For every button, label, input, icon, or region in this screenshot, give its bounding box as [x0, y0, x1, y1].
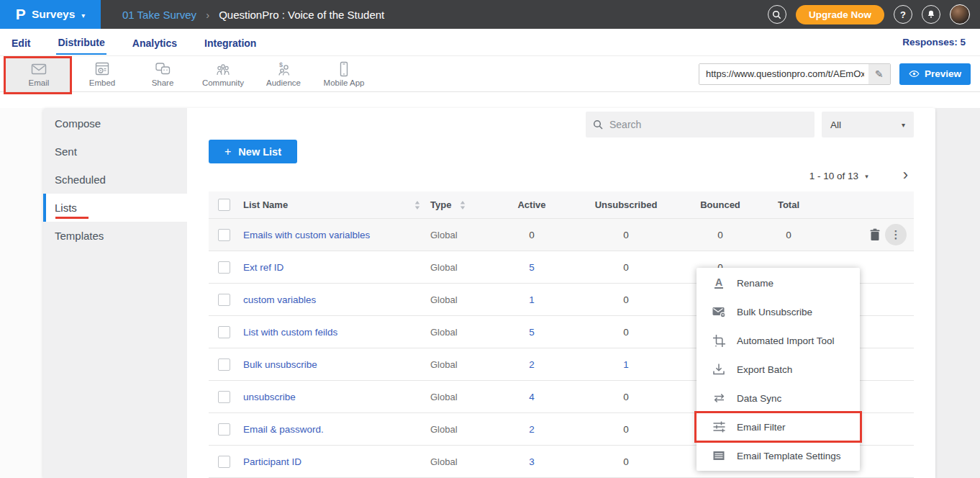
next-page-chevron[interactable]: ›	[903, 167, 908, 183]
list-name-link[interactable]: unsubscribe	[243, 392, 296, 402]
survey-url-field: ✎	[699, 63, 891, 85]
responses-count[interactable]: Responses: 5	[902, 37, 966, 48]
plus-icon: +	[224, 145, 231, 158]
search-icon	[593, 120, 603, 130]
breadcrumb-separator: ›	[206, 9, 209, 21]
embed-browser-icon	[93, 61, 112, 77]
chevron-down-icon: ▾	[865, 173, 868, 180]
table-header-row: List Name Type Active Unsubsc	[209, 191, 914, 219]
search-field	[586, 112, 815, 137]
sync-repeat-icon	[712, 392, 726, 405]
col-list-name: List Name	[243, 199, 288, 210]
svg-text:$: $	[279, 61, 283, 68]
sidebar-item-scheduled[interactable]: Scheduled	[43, 166, 187, 194]
help-icon[interactable]: ?	[894, 5, 912, 24]
annotation-underline-lists	[55, 217, 89, 219]
tab-analytics[interactable]: Analytics	[131, 31, 178, 54]
chevron-down-icon: ▾	[81, 12, 85, 19]
app-header: P Surveys ▾ 01 Take Survey › QuestionPro…	[0, 0, 980, 29]
filter-dropdown[interactable]: All ▾	[822, 112, 914, 137]
export-download-icon	[712, 363, 726, 376]
pagination-range-dropdown[interactable]: 1 - 10 of 13 ▾	[809, 171, 868, 181]
unsubscribe-envelope-icon	[712, 305, 726, 318]
row-checkbox[interactable]	[218, 326, 230, 338]
menu-item-export-batch[interactable]: Export Batch	[697, 355, 860, 384]
sidebar-item-lists[interactable]: Lists	[43, 194, 187, 222]
row-checkbox[interactable]	[218, 261, 230, 274]
row-checkbox[interactable]	[218, 391, 230, 403]
breadcrumb-survey-link[interactable]: 01 Take Survey	[122, 9, 196, 21]
table-row: Emails with custom varialbles Global 0 0…	[209, 219, 914, 251]
template-settings-icon	[712, 450, 726, 461]
product-name: Surveys	[32, 8, 75, 21]
tab-distribute[interactable]: Distribute	[56, 30, 106, 55]
sidebar-item-compose[interactable]: Compose	[43, 109, 187, 137]
preview-button[interactable]: Preview	[899, 63, 971, 85]
list-name-link[interactable]: Emails with custom varialbles	[243, 230, 370, 240]
col-active: Active	[499, 199, 564, 210]
new-list-row: + New List	[209, 140, 914, 163]
list-name-link[interactable]: Email & password.	[243, 424, 324, 435]
email-sidebar: Compose Sent Scheduled Lists Templates	[43, 108, 187, 478]
notifications-bell-icon[interactable]	[922, 5, 940, 24]
email-envelope-icon	[30, 61, 48, 77]
row-context-menu: A Rename Bulk Unsubscribe Automated Impo…	[697, 268, 860, 471]
row-checkbox[interactable]	[218, 456, 230, 468]
user-avatar[interactable]	[950, 4, 970, 24]
channel-share[interactable]: Share	[132, 56, 193, 91]
upgrade-now-button[interactable]: Upgrade Now	[796, 5, 884, 24]
menu-item-data-sync[interactable]: Data Sync	[697, 384, 860, 412]
menu-item-rename[interactable]: A Rename	[697, 269, 860, 297]
tab-integration[interactable]: Integration	[203, 31, 258, 54]
toolbar-right: ✎ Preview	[699, 56, 980, 91]
survey-url-input[interactable]	[699, 64, 868, 84]
page: P Surveys ▾ 01 Take Survey › QuestionPro…	[0, 0, 980, 478]
sidebar-item-templates[interactable]: Templates	[43, 222, 187, 250]
list-name-link[interactable]: Participant ID	[243, 456, 301, 467]
row-checkbox[interactable]	[218, 358, 230, 371]
row-checkbox[interactable]	[218, 423, 230, 436]
distribute-toolbar: Email Embed Share Community $ Audience	[0, 56, 980, 92]
header-actions: Upgrade Now ?	[768, 4, 980, 24]
channel-mobile-app[interactable]: Mobile App	[314, 56, 374, 91]
channel-embed[interactable]: Embed	[72, 56, 132, 91]
menu-item-bulk-unsubscribe[interactable]: Bulk Unsubscribe	[697, 297, 860, 326]
search-input[interactable]	[609, 119, 807, 130]
new-list-button[interactable]: + New List	[209, 140, 297, 163]
list-name-link[interactable]: Bulk unsubscribe	[243, 359, 317, 370]
col-bounced: Bounced	[688, 199, 753, 210]
row-checkbox[interactable]	[218, 229, 230, 241]
menu-item-email-template-settings[interactable]: Email Template Settings	[697, 441, 860, 470]
sort-icon[interactable]	[414, 201, 420, 209]
channel-community[interactable]: Community	[193, 56, 253, 91]
menu-item-automated-import-tool[interactable]: Automated Import Tool	[697, 326, 860, 355]
channel-email[interactable]: Email	[6, 56, 72, 91]
rename-icon: A	[712, 277, 726, 289]
filter-tune-icon	[712, 420, 726, 433]
list-name-link[interactable]: custom variables	[243, 294, 316, 305]
pagination: 1 - 10 of 13 ▾ ›	[209, 169, 914, 183]
eye-icon	[909, 70, 920, 78]
menu-item-email-filter[interactable]: Email Filter	[697, 412, 860, 441]
tab-edit[interactable]: Edit	[10, 31, 32, 54]
surveys-menu[interactable]: P Surveys ▾	[0, 0, 101, 29]
list-name-link[interactable]: List with custom feilds	[243, 327, 337, 338]
share-chat-icon	[153, 61, 172, 77]
mobile-phone-icon	[335, 61, 353, 77]
community-people-icon	[214, 61, 232, 77]
edit-url-pencil-icon[interactable]: ✎	[868, 64, 890, 84]
import-crop-icon	[712, 334, 726, 348]
search-icon[interactable]	[768, 5, 786, 24]
background-strip	[935, 108, 980, 478]
sort-icon[interactable]	[460, 201, 466, 209]
delete-trash-icon[interactable]	[869, 228, 881, 241]
row-menu-dots-icon[interactable]: ⋮	[885, 224, 907, 245]
col-unsubscribed: Unsubscribed	[564, 199, 688, 210]
channel-audience[interactable]: $ Audience	[253, 56, 314, 91]
row-checkbox[interactable]	[218, 294, 230, 306]
sidebar-item-sent[interactable]: Sent	[43, 137, 187, 166]
survey-subnav: Edit Distribute Analytics Integration Re…	[0, 29, 980, 56]
list-name-link[interactable]: Ext ref ID	[243, 262, 283, 273]
select-all-checkbox[interactable]	[218, 199, 230, 211]
audience-dollar-people-icon: $	[274, 61, 293, 77]
